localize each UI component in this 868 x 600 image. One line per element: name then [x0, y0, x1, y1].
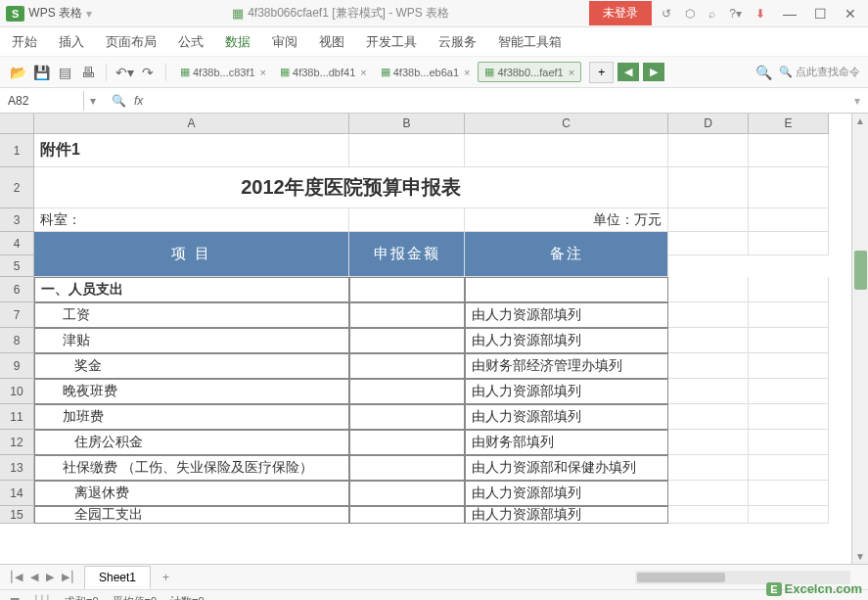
- sheet-first-icon[interactable]: ⎮◀: [6, 569, 25, 585]
- cell-4-B[interactable]: 申报金额: [349, 232, 465, 277]
- cell-15-D[interactable]: [668, 506, 749, 524]
- cell-15-C[interactable]: 由人力资源部填列: [465, 506, 668, 524]
- doc-tab[interactable]: ▦4f38b0...faef1×: [478, 62, 581, 82]
- tab-close-icon[interactable]: ×: [260, 67, 266, 78]
- select-all-corner[interactable]: [0, 114, 34, 134]
- sheet-last-icon[interactable]: ▶⎮: [59, 569, 78, 585]
- cell-15-A[interactable]: 全园工支出: [34, 506, 349, 524]
- cells-area[interactable]: 附件12012年度医院预算申报表科室：单位：万元项 目申报金额备注一、人员支出工…: [34, 134, 868, 524]
- doc-tab[interactable]: ▦4f38b...c83f1×: [174, 62, 272, 82]
- cell-12-E[interactable]: [749, 430, 829, 455]
- cell-12-A[interactable]: 住房公积金: [34, 430, 349, 455]
- tab-close-icon[interactable]: ×: [464, 67, 470, 78]
- cell-3-D[interactable]: [668, 208, 749, 232]
- cell-1-B[interactable]: [349, 134, 465, 167]
- down-box-icon[interactable]: ⬇: [752, 5, 769, 23]
- cell-2-D[interactable]: [668, 167, 749, 208]
- fx-label[interactable]: fx: [134, 94, 143, 108]
- cell-10-D[interactable]: [668, 379, 749, 404]
- menu-智能工具箱[interactable]: 智能工具箱: [498, 33, 562, 51]
- cell-14-B[interactable]: [349, 481, 465, 506]
- row-header-6[interactable]: 6: [0, 277, 34, 302]
- tab-close-icon[interactable]: ×: [569, 67, 574, 78]
- redo-icon[interactable]: ↷: [138, 63, 158, 82]
- fx-search-icon[interactable]: 🔍: [112, 94, 126, 108]
- cell-14-A[interactable]: 离退休费: [34, 481, 349, 506]
- cell-6-D[interactable]: [668, 277, 749, 302]
- cell-11-A[interactable]: 加班费: [34, 404, 349, 430]
- vertical-scrollbar[interactable]: ▲ ▼: [851, 114, 868, 564]
- cell-6-C[interactable]: [465, 277, 668, 302]
- cell-13-E[interactable]: [749, 455, 829, 481]
- find-icon[interactable]: 🔍: [754, 63, 773, 82]
- login-button[interactable]: 未登录: [589, 1, 652, 25]
- col-header-E[interactable]: E: [749, 114, 829, 134]
- sheet-prev-icon[interactable]: ◀: [27, 569, 41, 585]
- cell-10-A[interactable]: 晚夜班费: [34, 379, 349, 404]
- scroll-up-icon[interactable]: ▲: [852, 115, 868, 126]
- maximize-button[interactable]: ☐: [808, 4, 833, 23]
- cell-12-D[interactable]: [668, 430, 749, 455]
- search-small-icon[interactable]: ⌕: [705, 5, 719, 23]
- menu-视图[interactable]: 视图: [319, 33, 344, 51]
- cell-8-E[interactable]: [749, 328, 829, 353]
- row-header-11[interactable]: 11: [0, 404, 34, 430]
- cell-11-E[interactable]: [749, 404, 829, 430]
- cell-4-A[interactable]: 项 目: [34, 232, 349, 277]
- cell-13-B[interactable]: [349, 455, 465, 481]
- cell-13-C[interactable]: 由人力资源部和保健办填列: [465, 455, 668, 481]
- help-icon[interactable]: ?▾: [725, 5, 746, 23]
- scroll-down-icon[interactable]: ▼: [852, 551, 868, 562]
- sync-icon[interactable]: ↺: [658, 5, 675, 23]
- cell-7-A[interactable]: 工资: [34, 302, 349, 328]
- search-command[interactable]: 🔍 点此查找命令: [779, 65, 860, 79]
- sheet-view-icon[interactable]: ▦: [10, 595, 20, 600]
- cell-14-E[interactable]: [749, 481, 829, 506]
- cell-3-A[interactable]: 科室：: [34, 208, 349, 232]
- cell-14-D[interactable]: [668, 481, 749, 506]
- row-header-7[interactable]: 7: [0, 302, 34, 328]
- open-icon[interactable]: 📂: [8, 63, 27, 82]
- skin-icon[interactable]: ⬡: [681, 5, 699, 23]
- cell-11-D[interactable]: [668, 404, 749, 430]
- cell-8-D[interactable]: [668, 328, 749, 353]
- cell-2-E[interactable]: [749, 167, 829, 208]
- cell-11-C[interactable]: 由人力资源部填列: [465, 404, 668, 430]
- cell-10-C[interactable]: 由人力资源部填列: [465, 379, 668, 404]
- cell-1-D[interactable]: [668, 134, 749, 167]
- cell-3-C[interactable]: 单位：万元: [465, 208, 668, 232]
- menu-开发工具[interactable]: 开发工具: [366, 33, 417, 51]
- row-header-10[interactable]: 10: [0, 379, 34, 404]
- cell-12-B[interactable]: [349, 430, 465, 455]
- row-header-2[interactable]: 2: [0, 167, 34, 208]
- cell-6-E[interactable]: [749, 277, 829, 302]
- menu-页面布局[interactable]: 页面布局: [106, 33, 157, 51]
- close-button[interactable]: ✕: [839, 4, 862, 23]
- menu-开始[interactable]: 开始: [12, 33, 37, 51]
- sheet-next-icon[interactable]: ▶: [43, 569, 57, 585]
- cell-7-E[interactable]: [749, 302, 829, 328]
- col-header-A[interactable]: A: [34, 114, 349, 134]
- tab-close-icon[interactable]: ×: [360, 67, 366, 78]
- tab-nav-left[interactable]: ◀: [617, 63, 639, 81]
- name-box[interactable]: A82: [0, 91, 84, 111]
- col-header-D[interactable]: D: [668, 114, 749, 134]
- cell-15-E[interactable]: [749, 506, 829, 524]
- sheet-tab-sheet1[interactable]: Sheet1: [84, 566, 151, 589]
- cell-6-B[interactable]: [349, 277, 465, 302]
- cell-9-C[interactable]: 由财务部经济管理办填列: [465, 353, 668, 379]
- row-header-12[interactable]: 12: [0, 430, 34, 455]
- tab-nav-right[interactable]: ▶: [643, 63, 664, 81]
- cell-3-E[interactable]: [749, 208, 829, 232]
- menu-审阅[interactable]: 审阅: [272, 33, 297, 51]
- cell-4-D[interactable]: [668, 232, 749, 255]
- menu-公式[interactable]: 公式: [178, 33, 204, 51]
- cell-8-B[interactable]: [349, 328, 465, 353]
- row-header-1[interactable]: 1: [0, 134, 34, 167]
- cell-14-C[interactable]: 由人力资源部填列: [465, 481, 668, 506]
- row-header-3[interactable]: 3: [0, 208, 34, 232]
- cell-6-A[interactable]: 一、人员支出: [34, 277, 349, 302]
- add-sheet-button[interactable]: +: [155, 568, 177, 587]
- cell-7-D[interactable]: [668, 302, 749, 328]
- row-header-14[interactable]: 14: [0, 481, 34, 506]
